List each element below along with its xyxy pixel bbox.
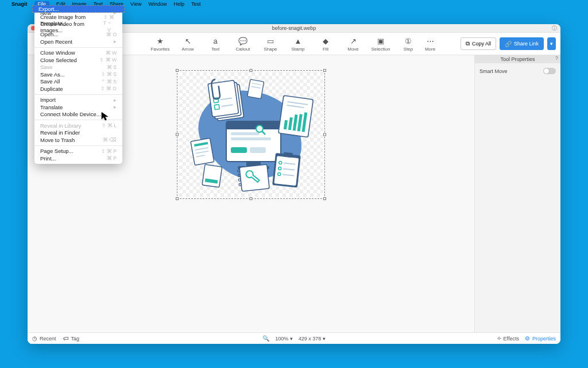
menu-item-label: Reveal in Library bbox=[40, 122, 81, 129]
menu-shortcut: ⇧ ⌘ P bbox=[101, 148, 117, 154]
menu-item-label: Save All bbox=[40, 78, 60, 85]
submenu-arrow-icon: ▸ bbox=[114, 97, 117, 103]
effects-label[interactable]: Effects bbox=[504, 336, 519, 342]
tag-icon[interactable]: 🏷 bbox=[63, 335, 69, 342]
sidebar-title: Tool Properties bbox=[500, 56, 535, 62]
menu-shortcut: ⌘ O bbox=[106, 32, 117, 37]
shape-icon: ▭ bbox=[267, 36, 274, 47]
menu-item-label: Duplicate bbox=[40, 86, 63, 92]
menu-item-translate[interactable]: Translate▸ bbox=[34, 103, 122, 111]
menu-shortcut: ⌘ S bbox=[107, 64, 117, 70]
menu-item-label: Connect Mobile Device... bbox=[40, 111, 101, 117]
tool-move[interactable]: ↗Move bbox=[343, 36, 363, 52]
recent-icon[interactable]: ◷ bbox=[32, 335, 37, 342]
stamp-icon: ▲ bbox=[295, 36, 302, 47]
properties-icon[interactable]: ⚙ bbox=[525, 335, 530, 342]
menu-item-page-setup[interactable]: Page Setup...⇧ ⌘ P bbox=[34, 148, 122, 155]
menu-item-reveal-in-finder[interactable]: Reveal in Finder bbox=[34, 129, 122, 137]
help-icon[interactable]: ? bbox=[555, 55, 558, 61]
menu-shortcut: ⇧ ⌘ L bbox=[102, 122, 117, 128]
effects-icon[interactable]: ✧ bbox=[497, 335, 501, 342]
selection-handle[interactable] bbox=[323, 133, 326, 136]
tool-callout[interactable]: 💬Callout bbox=[233, 36, 253, 52]
recent-label[interactable]: Recent bbox=[40, 336, 56, 342]
menu-item-move-to-trash[interactable]: Move to Trash⌘ ⌫ bbox=[34, 136, 122, 144]
selection-handle[interactable] bbox=[250, 197, 253, 200]
tool-label: Favorites bbox=[151, 47, 170, 52]
menubar-item-view[interactable]: View bbox=[130, 1, 141, 7]
menu-item-close-selected[interactable]: Close Selected⇧ ⌘ W bbox=[34, 56, 122, 64]
menu-item-connect-mobile-device[interactable]: Connect Mobile Device... bbox=[34, 111, 122, 118]
arrow-icon: ↖ bbox=[185, 36, 191, 47]
menubar-item-window[interactable]: Window bbox=[148, 1, 167, 7]
menu-item-label: Translate bbox=[40, 104, 63, 110]
selection-handle[interactable] bbox=[323, 197, 326, 200]
menu-item-label: Page Setup... bbox=[40, 148, 74, 154]
artboard[interactable] bbox=[179, 72, 323, 197]
step-icon: ① bbox=[405, 36, 412, 47]
file-menu: New▸Create Image from Template...⇧ ⌘ TCr… bbox=[34, 7, 122, 164]
tool-label: Arrow bbox=[182, 47, 194, 52]
menu-shortcut: ⌘ W bbox=[106, 50, 117, 56]
statusbar: ◷ Recent 🏷 Tag 🔍 100% ▾ 429 x 378 ▾ ✧ Ef… bbox=[28, 332, 560, 344]
selection-icon: ▣ bbox=[377, 36, 384, 47]
tool-fill[interactable]: ◆Fill bbox=[315, 36, 336, 52]
menu-item-label: Open... bbox=[40, 31, 58, 37]
menu-shortcut: ⌘ P bbox=[107, 155, 117, 161]
menu-item-print[interactable]: Print...⌘ P bbox=[34, 155, 122, 162]
menu-item-import[interactable]: Import▸ bbox=[34, 97, 122, 104]
copy-all-button[interactable]: ⧉ Copy All bbox=[461, 37, 496, 50]
properties-label[interactable]: Properties bbox=[532, 336, 556, 342]
tool-label: Selection bbox=[372, 47, 390, 52]
tool-stamp[interactable]: ▲Stamp bbox=[288, 36, 308, 52]
toolbar-more[interactable]: ⋯ More bbox=[422, 36, 438, 52]
tool-favorites[interactable]: ★Favorites bbox=[150, 36, 171, 52]
dimensions-value[interactable]: 429 x 378 ▾ bbox=[299, 336, 326, 342]
tool-shape[interactable]: ▭Shape bbox=[260, 36, 281, 52]
zoom-value[interactable]: 100% ▾ bbox=[275, 336, 293, 342]
menu-item-save: Save⌘ S bbox=[34, 64, 122, 71]
tool-label: Step bbox=[404, 47, 413, 52]
info-icon[interactable]: ⓘ bbox=[552, 25, 557, 32]
tool-selection[interactable]: ▣Selection bbox=[370, 36, 391, 52]
menu-item-label: Close Selected bbox=[40, 57, 77, 63]
tag-label[interactable]: Tag bbox=[71, 336, 80, 342]
share-link-button[interactable]: 🔗 Share Link bbox=[500, 37, 544, 50]
menu-item-export[interactable]: Export... bbox=[32, 5, 125, 13]
menu-item-save-all[interactable]: Save All⌃ ⌘ S bbox=[34, 78, 122, 86]
menubar-item-help[interactable]: Help bbox=[173, 1, 184, 7]
selection-marquee[interactable] bbox=[177, 70, 325, 199]
tool-arrow[interactable]: ↖Arrow bbox=[177, 36, 198, 52]
menu-item-save-as[interactable]: Save As...⇧ ⌘ S bbox=[34, 71, 122, 78]
menu-shortcut: ⌃ ⌘ S bbox=[101, 79, 117, 85]
zoom-icon[interactable]: 🔍 bbox=[262, 335, 269, 342]
tool-properties-panel: Tool Properties ? Smart Move bbox=[474, 55, 560, 332]
menu-shortcut: ⌘ ⌫ bbox=[103, 137, 117, 143]
menu-shortcut: ⇧ ⌘ D bbox=[100, 86, 117, 91]
selection-handle[interactable] bbox=[323, 69, 326, 72]
tool-label: Stamp bbox=[291, 47, 304, 52]
tool-step[interactable]: ①Step bbox=[398, 36, 419, 52]
menu-shortcut: ⇧ ⌘ S bbox=[101, 71, 117, 77]
tool-label: Callout bbox=[236, 47, 250, 52]
tool-text[interactable]: aText bbox=[205, 36, 226, 52]
menu-item-close-window[interactable]: Close Window⌘ W bbox=[34, 49, 122, 57]
menu-shortcut: ⇧ ⌘ W bbox=[99, 57, 117, 63]
menubar-item-test[interactable]: Test bbox=[191, 1, 201, 7]
text-icon: a bbox=[213, 36, 217, 47]
selection-handle[interactable] bbox=[176, 133, 179, 136]
smart-move-toggle[interactable] bbox=[543, 68, 556, 74]
selection-handle[interactable] bbox=[176, 69, 179, 72]
menu-item-create-video-from-images[interactable]: Create Video from Images...⌃ V bbox=[34, 24, 122, 31]
menu-item-duplicate[interactable]: Duplicate⇧ ⌘ D bbox=[34, 85, 122, 93]
selection-handle[interactable] bbox=[176, 197, 179, 200]
menu-item-label: Open Recent bbox=[40, 39, 72, 45]
menubar-appname[interactable]: Snagit bbox=[11, 1, 28, 7]
menu-item-label: Save bbox=[40, 64, 53, 70]
share-more-button[interactable]: ▾ bbox=[547, 37, 556, 50]
share-link-label: Share Link bbox=[514, 41, 539, 47]
menu-item-open-recent[interactable]: Open Recent▸ bbox=[34, 38, 122, 45]
fill-icon: ◆ bbox=[323, 36, 328, 47]
tool-label: Shape bbox=[264, 47, 277, 52]
selection-handle[interactable] bbox=[250, 69, 253, 72]
